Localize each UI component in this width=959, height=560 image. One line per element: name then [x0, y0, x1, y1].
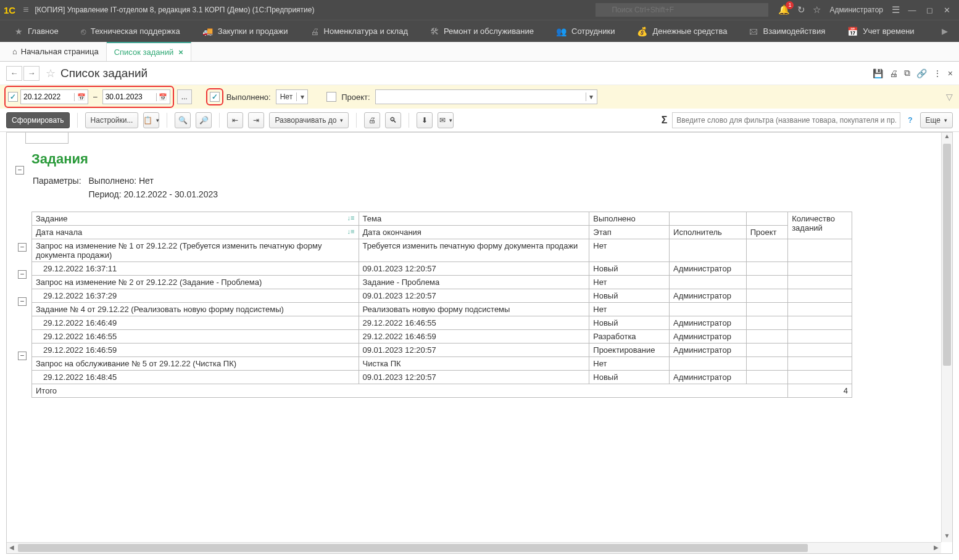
menu-employees[interactable]: 👥Сотрудники — [545, 20, 626, 42]
settings-label: Настройки... — [91, 116, 133, 125]
menu-label: Взаимодействия — [763, 27, 825, 36]
highlight-done-checkbox: ✓ — [208, 90, 222, 104]
menu-label: Главное — [28, 27, 59, 36]
menubar: ★Главное ⎋Техническая поддержка 🚚Закупки… — [0, 20, 959, 42]
date-to-input[interactable] — [103, 93, 156, 101]
printer-icon: 🖨 — [310, 27, 319, 36]
maximize-button[interactable]: ◻ — [921, 6, 938, 15]
menu-interactions[interactable]: 🖂Взаимодействия — [738, 20, 836, 42]
tab-close-icon[interactable]: × — [178, 47, 183, 57]
menu-main[interactable]: ★Главное — [4, 20, 70, 42]
date-to-field[interactable]: 📅 — [102, 89, 170, 104]
more-label: Еще — [926, 116, 940, 125]
expand-to-button[interactable]: Разворачивать до▾ — [269, 112, 349, 128]
settings-button[interactable]: Настройки... — [85, 112, 139, 128]
help-button[interactable]: ? — [905, 116, 915, 125]
checkbox-project[interactable]: ✓ — [326, 92, 336, 102]
link-icon[interactable]: 🔗 — [916, 68, 927, 78]
expand-label: Разворачивать до — [275, 116, 336, 125]
collapse-button[interactable]: ⇤ — [227, 112, 243, 128]
print-icon[interactable]: 🖨 — [889, 68, 898, 78]
menu-label: Сотрудники — [571, 27, 615, 36]
headset-icon: ⎋ — [81, 27, 86, 36]
page-header: ← → ☆ Список заданий 💾 🖨 ⧉ 🔗 ⋮ × — [0, 62, 959, 85]
panel-icon[interactable]: ☰ — [892, 4, 900, 15]
menu-label: Денежные средства — [652, 27, 727, 36]
menu-label: Номенклатура и склад — [324, 27, 408, 36]
tabsbar: ⌂Начальная страница Список заданий× — [0, 42, 959, 62]
project-combo[interactable]: ▾ — [375, 89, 597, 104]
menu-repair[interactable]: 🛠Ремонт и обслуживание — [419, 20, 545, 42]
date-from-field[interactable]: 📅 — [20, 89, 88, 104]
notification-badge: 1 — [786, 1, 794, 9]
tab-label: Список заданий — [114, 47, 174, 57]
date-from-input[interactable] — [21, 93, 74, 101]
dash-label: – — [91, 93, 100, 101]
filterbar: ✓ 📅 – 📅 ... ✓ Выполнено: Нет ▾ ✓ Проект:… — [0, 85, 959, 109]
calendar-icon: 📅 — [847, 27, 858, 36]
star-icon[interactable]: ☆ — [813, 4, 821, 15]
close-page-icon[interactable]: × — [948, 68, 953, 78]
kebab-icon[interactable]: ⋮ — [933, 68, 942, 78]
send-button[interactable]: ✉▾ — [438, 112, 454, 128]
page-title: Список заданий — [60, 67, 147, 80]
menu-label: Учет времени — [863, 27, 914, 36]
menu-timetrack[interactable]: 📅Учет времени — [836, 20, 925, 42]
home-icon: ⌂ — [12, 47, 17, 56]
expand-button[interactable]: ⇥ — [248, 112, 264, 128]
titlebar: 1C ≡ [КОПИЯ] Управление IT-отделом 8, ре… — [0, 0, 959, 20]
history-icon[interactable]: ↻ — [797, 4, 805, 15]
menu-label: Закупки и продажи — [218, 27, 288, 36]
logo-1c: 1C — [4, 5, 15, 15]
save-report-icon[interactable]: 💾 — [873, 68, 883, 78]
variants-button[interactable]: 📋▾ — [143, 112, 159, 128]
nav-forward-button[interactable]: → — [23, 66, 39, 81]
print-button[interactable]: 🖨 — [364, 112, 380, 128]
hamburger-icon[interactable]: ≡ — [23, 4, 28, 15]
truck-icon: 🚚 — [202, 27, 213, 36]
period-picker-button[interactable]: ... — [177, 89, 192, 104]
close-window-button[interactable]: ✕ — [938, 6, 955, 15]
generate-button[interactable]: Сформировать — [6, 112, 70, 128]
preview-button[interactable]: 🔍︎ — [385, 112, 401, 128]
find-button[interactable]: 🔍 — [175, 112, 191, 128]
menu-stock[interactable]: 🖨Номенклатура и склад — [299, 20, 419, 42]
menu-label: Техническая поддержка — [91, 27, 180, 36]
tab-home[interactable]: ⌂Начальная страница — [5, 42, 107, 61]
favorite-icon[interactable]: ☆ — [46, 67, 56, 80]
menu-support[interactable]: ⎋Техническая поддержка — [70, 20, 191, 42]
calendar-icon[interactable]: 📅 — [156, 93, 170, 101]
sigma-icon[interactable]: Σ — [662, 115, 668, 126]
toolbar: Сформировать Настройки... 📋▾ 🔍 🔎 ⇤ ⇥ Раз… — [0, 109, 959, 132]
find-next-button[interactable]: 🔎 — [196, 112, 212, 128]
nav-back-button[interactable]: ← — [6, 66, 22, 81]
filter-icon[interactable]: ▽ — [946, 92, 953, 102]
menu-scroll-right[interactable]: ▶ — [934, 27, 955, 36]
money-icon: 💰 — [637, 27, 647, 36]
save-button[interactable]: ⬇ — [417, 112, 433, 128]
chevron-down-icon[interactable]: ▾ — [586, 93, 597, 101]
project-label: Проект: — [341, 93, 370, 102]
mail-icon: 🖂 — [749, 27, 758, 36]
more-button[interactable]: Еще▾ — [920, 112, 953, 128]
global-search-input[interactable] — [596, 3, 768, 17]
minimize-button[interactable]: — — [903, 6, 921, 15]
users-icon: 👥 — [556, 27, 567, 36]
calendar-icon[interactable]: 📅 — [74, 93, 88, 101]
menu-money[interactable]: 💰Денежные средства — [626, 20, 738, 42]
filter-input[interactable] — [672, 112, 900, 128]
menu-label: Ремонт и обслуживание — [444, 27, 534, 36]
tab-label: Начальная страница — [21, 47, 99, 56]
bell-icon[interactable]: 🔔1 — [778, 4, 790, 15]
done-combo[interactable]: Нет ▾ — [276, 89, 308, 104]
chevron-down-icon[interactable]: ▾ — [296, 93, 307, 101]
tab-task-list[interactable]: Список заданий× — [107, 42, 191, 61]
wrench-icon: 🛠 — [430, 27, 439, 36]
open-new-icon[interactable]: ⧉ — [904, 68, 910, 78]
menu-purchases[interactable]: 🚚Закупки и продажи — [191, 20, 299, 42]
checkbox-done[interactable]: ✓ — [210, 92, 220, 102]
user-label[interactable]: Администратор — [829, 6, 883, 14]
done-label: Выполнено: — [226, 93, 271, 102]
checkbox-period[interactable]: ✓ — [8, 92, 18, 102]
highlight-period: ✓ 📅 – 📅 — [6, 88, 172, 106]
